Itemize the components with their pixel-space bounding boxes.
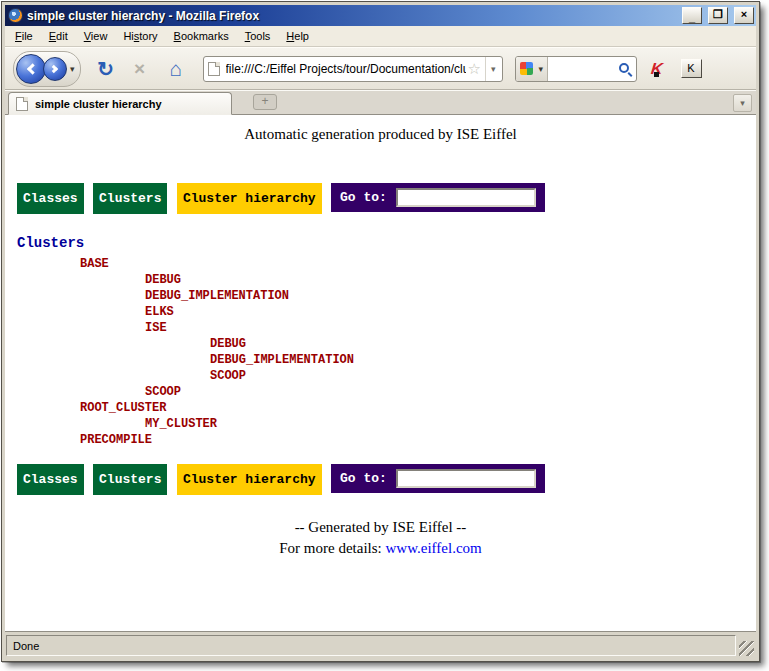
bookmark-star-icon[interactable]: ☆	[468, 61, 481, 76]
menu-view[interactable]: View	[76, 27, 116, 45]
cluster-link[interactable]: MY_CLUSTER	[5, 416, 756, 432]
favicon-page-icon	[208, 62, 220, 76]
close-icon: ×	[735, 7, 753, 21]
browser-window: simple cluster hierarchy - Mozilla Firef…	[1, 1, 760, 662]
cluster-link[interactable]: BASE	[5, 256, 756, 272]
goto-input[interactable]	[396, 469, 536, 488]
k-toolbar-button[interactable]: K	[681, 59, 702, 78]
minimize-button[interactable]: _	[682, 7, 702, 24]
page-footer: -- Generated by ISE Eiffel -- For more d…	[5, 517, 756, 559]
top-nav-row: Classes Clusters Cluster hierarchy Go to…	[17, 183, 756, 214]
goto-block: Go to:	[331, 183, 545, 212]
maximize-icon: ❐	[709, 7, 727, 21]
stop-button: ×	[125, 58, 155, 80]
google-logo-icon	[520, 62, 533, 75]
status-bar: Done	[5, 632, 756, 658]
cluster-link[interactable]: DEBUG_IMPLEMENTATION	[5, 288, 756, 304]
cluster-link[interactable]: ISE	[5, 320, 756, 336]
search-input[interactable]	[548, 62, 616, 76]
address-bar: ☆ ▾	[203, 56, 503, 82]
search-engine-dropdown-icon: ▾	[539, 64, 544, 74]
cluster-link[interactable]: ELKS	[5, 304, 756, 320]
back-button[interactable]	[16, 54, 46, 84]
back-forward-group: ▾	[13, 51, 81, 87]
search-box: ▾	[515, 56, 637, 82]
footer-details-line: For more details: www.eiffel.com	[5, 538, 756, 559]
clusters-heading: Clusters	[17, 235, 756, 251]
cluster-link[interactable]: DEBUG_IMPLEMENTATION	[5, 352, 756, 368]
cluster-link[interactable]: DEBUG	[5, 272, 756, 288]
menu-tools[interactable]: Tools	[237, 27, 279, 45]
cluster-hierarchy-button[interactable]: Cluster hierarchy	[177, 183, 322, 214]
search-magnifier-icon[interactable]	[619, 63, 629, 73]
history-dropdown-icon[interactable]: ▾	[70, 64, 75, 74]
menu-history[interactable]: History	[115, 27, 165, 45]
tab-simple-cluster-hierarchy[interactable]: simple cluster hierarchy	[8, 92, 232, 115]
menu-edit[interactable]: Edit	[41, 27, 76, 45]
new-tab-button[interactable]: +	[253, 94, 277, 110]
home-button[interactable]: ⌂	[161, 57, 191, 81]
cluster-link[interactable]: ROOT_CLUSTER	[5, 400, 756, 416]
clusters-button[interactable]: Clusters	[93, 464, 167, 495]
goto-label: Go to:	[340, 190, 387, 205]
footer-generated-line: -- Generated by ISE Eiffel --	[5, 517, 756, 538]
goto-input[interactable]	[396, 188, 536, 207]
classes-button[interactable]: Classes	[17, 464, 84, 495]
title-bar: simple cluster hierarchy - Mozilla Firef…	[5, 5, 756, 26]
footer-details-prefix: For more details:	[279, 540, 385, 556]
cluster-link[interactable]: SCOOP	[5, 384, 756, 400]
menu-help[interactable]: Help	[278, 27, 317, 45]
address-input[interactable]	[220, 62, 468, 76]
tab-label: simple cluster hierarchy	[35, 98, 162, 110]
firefox-logo-icon	[8, 8, 23, 23]
search-engine-selector[interactable]: ▾	[516, 57, 549, 81]
classes-button[interactable]: Classes	[17, 183, 84, 214]
status-panel: Done	[6, 635, 736, 656]
window-title: simple cluster hierarchy - Mozilla Firef…	[27, 9, 676, 23]
address-dropdown-icon[interactable]: ▾	[485, 57, 499, 81]
cluster-hierarchy-button[interactable]: Cluster hierarchy	[177, 464, 322, 495]
resize-grip[interactable]	[739, 641, 754, 656]
close-button[interactable]: ×	[734, 7, 754, 24]
page-content: Automatic generation produced by ISE Eif…	[5, 115, 756, 632]
menu-bar: File Edit View History Bookmarks Tools H…	[5, 26, 756, 47]
forward-button[interactable]	[43, 57, 67, 81]
clusters-button[interactable]: Clusters	[93, 183, 167, 214]
tab-strip: simple cluster hierarchy + ▾	[5, 90, 756, 115]
back-icon	[27, 63, 38, 74]
kaspersky-icon[interactable]: K	[651, 60, 669, 77]
menu-bookmarks[interactable]: Bookmarks	[166, 27, 237, 45]
goto-block: Go to:	[331, 464, 545, 493]
page-header-text: Automatic generation produced by ISE Eif…	[5, 126, 756, 143]
cluster-link[interactable]: SCOOP	[5, 368, 756, 384]
status-text: Done	[13, 640, 39, 652]
forward-icon	[50, 64, 58, 72]
maximize-button[interactable]: ❐	[708, 7, 728, 24]
tab-page-icon	[16, 97, 28, 111]
navigation-toolbar: ▾ ↻ × ⌂ ☆ ▾ ▾ K K	[5, 47, 756, 90]
tab-list-dropdown[interactable]: ▾	[733, 94, 752, 112]
goto-label: Go to:	[340, 471, 387, 486]
eiffel-link[interactable]: www.eiffel.com	[386, 540, 482, 556]
bottom-nav-row: Classes Clusters Cluster hierarchy Go to…	[17, 464, 756, 495]
cluster-link[interactable]: PRECOMPILE	[5, 432, 756, 448]
cluster-tree: BASE DEBUG DEBUG_IMPLEMENTATION ELKS ISE…	[5, 256, 756, 448]
reload-button[interactable]: ↻	[91, 57, 121, 81]
cluster-link[interactable]: DEBUG	[5, 336, 756, 352]
menu-file[interactable]: File	[7, 27, 41, 45]
minimize-icon: _	[683, 10, 701, 24]
